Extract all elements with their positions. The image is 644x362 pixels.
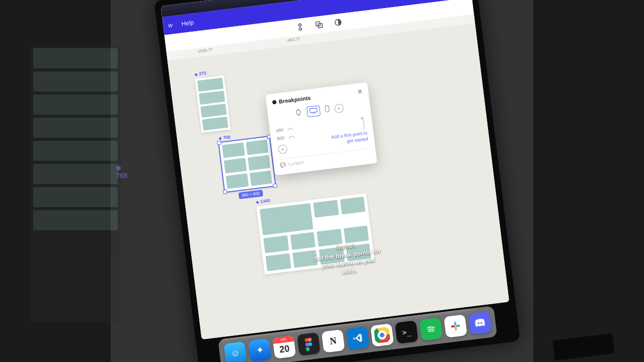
panel-footer-link[interactable]: Contact bbox=[288, 160, 304, 167]
dock-app-vscode[interactable] bbox=[346, 326, 369, 350]
selection-handle[interactable] bbox=[217, 141, 221, 145]
layout-cell bbox=[313, 200, 339, 218]
frame-label-1440[interactable]: 1440 bbox=[256, 198, 271, 205]
svg-rect-17 bbox=[454, 321, 456, 325]
svg-rect-5 bbox=[325, 106, 329, 112]
frame-label-768[interactable]: 768 bbox=[218, 134, 231, 141]
get-started-link[interactable]: Add a first point toget started bbox=[331, 130, 369, 146]
dock-app-spotify[interactable] bbox=[419, 317, 443, 341]
device-mobile-icon[interactable] bbox=[324, 105, 330, 114]
tool-contrast-icon[interactable] bbox=[334, 18, 343, 27]
dock-app-safari[interactable]: ✦ bbox=[248, 338, 272, 362]
dock-app-chrome[interactable] bbox=[370, 323, 394, 347]
panel-title: Breakpoints bbox=[279, 95, 311, 105]
selection-handle[interactable] bbox=[273, 184, 277, 188]
layout-cell bbox=[199, 90, 225, 105]
tool-component-icon[interactable] bbox=[296, 23, 305, 32]
artboard-375[interactable] bbox=[195, 75, 231, 133]
svg-rect-19 bbox=[455, 326, 457, 330]
figma-canvas[interactable]: 375 768 bbox=[168, 23, 509, 339]
dock-app-terminal[interactable]: >_ bbox=[395, 320, 419, 344]
svg-rect-18 bbox=[456, 325, 460, 327]
artboard-768[interactable]: 960 × 500 bbox=[219, 137, 275, 192]
add-device-button[interactable]: + bbox=[334, 103, 344, 113]
tool-mask-icon[interactable] bbox=[314, 20, 324, 29]
layout-cell bbox=[290, 232, 315, 250]
background-preview-card bbox=[30, 45, 121, 322]
layout-cell bbox=[224, 158, 247, 173]
chat-icon[interactable]: 💬 bbox=[280, 162, 286, 167]
layout-cell bbox=[250, 170, 272, 186]
breakpoints-panel[interactable]: Breakpoints ✕ + bbox=[265, 82, 377, 175]
dock-app-figma[interactable] bbox=[297, 332, 320, 356]
selection-handle[interactable] bbox=[223, 190, 227, 194]
add-breakpoint-button[interactable]: + bbox=[278, 144, 288, 154]
ruler-tick: -1935.77 bbox=[196, 47, 212, 54]
layout-cell bbox=[260, 203, 313, 235]
layout-cell bbox=[202, 117, 228, 131]
dock-app-notion[interactable]: N bbox=[321, 329, 345, 353]
layout-cell bbox=[197, 77, 223, 92]
svg-point-10 bbox=[305, 347, 309, 351]
device-watch-icon[interactable] bbox=[294, 109, 302, 118]
ruler-tick: -963.77 bbox=[286, 37, 300, 43]
svg-rect-4 bbox=[309, 108, 317, 113]
selection-size-badge: 960 × 500 bbox=[238, 190, 263, 199]
device-desktop-icon[interactable] bbox=[306, 105, 320, 117]
menu-window[interactable]: w bbox=[168, 22, 173, 29]
layout-cell bbox=[248, 155, 270, 170]
layout-cell bbox=[200, 104, 226, 118]
dock-app-calendar[interactable]: APR 20 bbox=[273, 335, 296, 359]
breakpoint-row[interactable]: 480 bbox=[276, 126, 294, 133]
svg-rect-3 bbox=[296, 110, 300, 115]
svg-rect-20 bbox=[451, 325, 455, 328]
dock-app-finder[interactable]: ☺ bbox=[223, 341, 247, 362]
layout-cell bbox=[246, 140, 268, 155]
layout-cell bbox=[222, 142, 245, 158]
layout-cell bbox=[226, 173, 249, 189]
breakpoint-row[interactable]: 800 bbox=[277, 134, 295, 141]
background-frame-label: ◆ 768 bbox=[116, 163, 127, 179]
dock-app-slack[interactable] bbox=[444, 314, 467, 338]
layout-cell bbox=[263, 235, 289, 253]
menu-help[interactable]: Help bbox=[181, 19, 194, 28]
dock-app-discord[interactable] bbox=[468, 311, 492, 335]
layout-cell bbox=[340, 197, 365, 215]
plugin-icon bbox=[272, 100, 277, 105]
layout-cell bbox=[266, 253, 291, 272]
frame-label-375[interactable]: 375 bbox=[194, 70, 207, 77]
arrow-hint-icon bbox=[358, 115, 367, 131]
close-icon[interactable]: ✕ bbox=[357, 88, 363, 96]
